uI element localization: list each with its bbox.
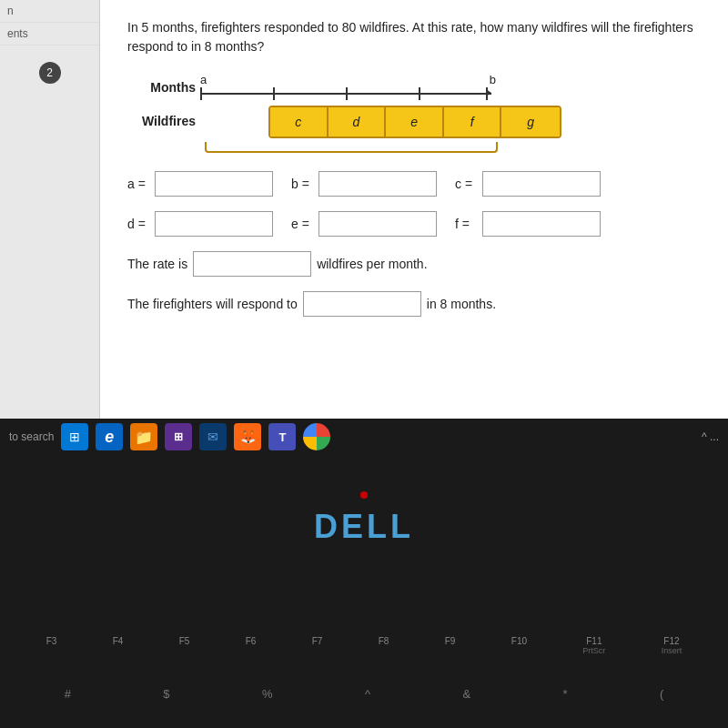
tick-0 (200, 87, 202, 100)
input-c[interactable] (482, 171, 601, 197)
wildfires-row: Wildfires c d e f g (136, 104, 701, 138)
label-a: a = (127, 177, 150, 191)
tick-3 (419, 87, 420, 100)
input-group-b: b = (291, 171, 437, 197)
tick-4 (486, 87, 488, 100)
key-caret[interactable]: ^ (365, 687, 370, 701)
taskbar: to search ⊞ e 📁 ⊞ ✉ 🦊 T ^ ... (0, 419, 728, 455)
function-key-row: F3 F4 F5 F6 F7 F8 F9 F10 F11 PrtScr F12 … (0, 636, 728, 655)
rate-suffix: wildfires per month. (317, 257, 427, 271)
symbol-key-row: # $ % ^ & * ( (0, 687, 728, 701)
response-sentence-row: The firefighters will respond to in 8 mo… (127, 291, 701, 317)
input-row-2: d = e = f = (127, 211, 701, 237)
taskbar-right: ^ ... (702, 430, 719, 443)
wildfire-box-g: g (501, 107, 560, 136)
input-group-e: e = (291, 211, 437, 237)
tick-1 (273, 87, 275, 100)
input-group-f: f = (455, 211, 601, 237)
label-c: c = (455, 177, 478, 191)
input-b[interactable] (318, 171, 437, 197)
sidebar-n: n (0, 0, 99, 23)
months-line-container: a b (200, 75, 701, 100)
response-input[interactable] (303, 291, 421, 317)
wildfires-label: Wildfires (136, 114, 200, 128)
label-b: b = (291, 177, 314, 191)
months-label: Months (136, 80, 200, 95)
sys-tray-icons: ^ ... (702, 430, 719, 443)
dell-logo: DELL (314, 508, 414, 546)
wildfire-box-e: e (386, 107, 444, 136)
input-a[interactable] (155, 171, 273, 197)
wildfires-boxes: c d e f g (268, 106, 561, 138)
input-section: a = b = c = d = e = (127, 171, 701, 317)
input-e[interactable] (318, 211, 437, 237)
key-asterisk[interactable]: * (562, 687, 567, 701)
input-row-1: a = b = c = (127, 171, 701, 197)
input-group-d: d = (127, 211, 273, 237)
laptop-bezel: DELL F3 F4 F5 F6 F7 F8 F9 F10 F11 PrtScr… (0, 455, 728, 728)
explorer-icon[interactable]: 📁 (130, 423, 157, 450)
label-e: e = (291, 217, 314, 231)
windows-icon[interactable]: ⊞ (61, 423, 88, 450)
key-percent[interactable]: % (262, 687, 273, 701)
key-dollar[interactable]: $ (163, 687, 169, 701)
edge-icon[interactable]: e (96, 423, 123, 450)
wildfire-box-f: f (444, 107, 502, 136)
label-d: d = (127, 217, 150, 231)
key-f7[interactable]: F7 (312, 636, 323, 655)
label-f: f = (455, 217, 478, 231)
main-content: In 5 months, firefighters responded to 8… (100, 0, 728, 455)
input-group-a: a = (127, 171, 273, 197)
key-f6[interactable]: F6 (246, 636, 257, 655)
power-light (360, 491, 368, 499)
input-group-c: c = (455, 171, 601, 197)
key-f5[interactable]: F5 (179, 636, 190, 655)
response-suffix: in 8 months. (427, 297, 496, 311)
response-prefix: The firefighters will respond to (127, 297, 298, 311)
bracket-bottom (205, 142, 498, 153)
sidebar-number-badge: 2 (39, 62, 61, 84)
taskbar-search-text: to search (9, 430, 54, 443)
chrome-icon[interactable] (303, 423, 330, 450)
wildfire-box-d: d (329, 107, 387, 136)
months-line: a b (200, 93, 491, 95)
key-f10[interactable]: F10 (511, 636, 527, 655)
key-f4[interactable]: F4 (113, 636, 124, 655)
input-d[interactable] (155, 211, 273, 237)
rate-prefix: The rate is (127, 257, 187, 271)
rate-sentence-row: The rate is wildfires per month. (127, 251, 701, 277)
mail-icon[interactable]: ✉ (199, 423, 227, 450)
key-lparen[interactable]: ( (660, 687, 663, 701)
screen: n ents 2 In 5 months, firefighters respo… (0, 0, 728, 455)
point-a-label: a (200, 73, 207, 86)
key-f9[interactable]: F9 (445, 636, 456, 655)
months-row: Months a b (136, 75, 701, 100)
firefox-icon[interactable]: 🦊 (234, 423, 261, 450)
point-b-label: b (490, 73, 496, 86)
key-f12[interactable]: F12 Insert (662, 636, 682, 655)
question-text: In 5 months, firefighters responded to 8… (127, 18, 701, 56)
key-hash[interactable]: # (65, 687, 71, 701)
key-f8[interactable]: F8 (379, 636, 389, 655)
sidebar: n ents 2 (0, 0, 100, 455)
teams-icon[interactable]: T (268, 423, 296, 450)
wildfire-box-c: c (270, 107, 329, 136)
rate-input[interactable] (193, 251, 311, 277)
start-menu-icon[interactable]: ⊞ (165, 423, 192, 450)
key-ampersand[interactable]: & (462, 687, 470, 701)
input-f[interactable] (482, 211, 601, 237)
tick-2 (346, 87, 348, 100)
key-f3[interactable]: F3 (46, 636, 57, 655)
key-f11[interactable]: F11 PrtScr (582, 636, 605, 655)
sidebar-ents: ents (0, 23, 99, 46)
diagram: Months a b Wildfires (136, 75, 701, 153)
